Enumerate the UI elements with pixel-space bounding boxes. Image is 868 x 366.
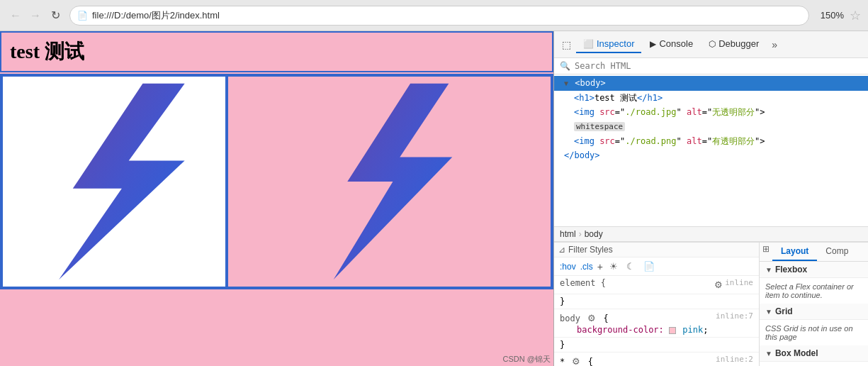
nav-buttons: ← → ↻ (7, 7, 64, 24)
rule-selector-body: body (560, 314, 580, 323)
lightning-image-pink (228, 77, 551, 287)
webpage-preview: test 测试 (0, 31, 554, 366)
rule-props-body: background-color: pink; (560, 325, 753, 335)
html-tree[interactable]: ▼ <body> <h1>test 测试</h1> <img src="./ro… (554, 74, 868, 226)
triangle-icon: ▼ (564, 79, 568, 87)
color-swatch-pink[interactable] (669, 327, 676, 334)
tree-body-open[interactable]: ▼ <body> (554, 76, 868, 91)
tab-inspector[interactable]: ⬜ Inspector (576, 35, 641, 53)
breadcrumb-sep: › (579, 229, 582, 239)
rule-source-element: inline (725, 278, 753, 287)
image-box-white (1, 75, 227, 288)
inspector-label: Inspector (597, 38, 634, 49)
sun-icon-button[interactable]: ☀ (607, 260, 620, 273)
tree-whitespace[interactable]: whitespace (554, 119, 868, 134)
grid-content: CSS Grid is not in use on this page (760, 320, 868, 345)
boxmodel-section-header[interactable]: ▼ Box Model (760, 345, 868, 362)
grid-section-header[interactable]: ▼ Grid (760, 304, 868, 320)
add-rule-button[interactable]: + (597, 261, 603, 272)
tab-layout[interactable]: Layout (772, 243, 817, 261)
val-pink: pink (682, 325, 703, 335)
lightning-image-white (3, 77, 225, 287)
back-button[interactable]: ← (7, 7, 24, 24)
reload-button[interactable]: ↻ (47, 7, 64, 24)
html-search-bar: 🔍 (554, 58, 868, 74)
flexbox-content: Select a Flex container or item to conti… (760, 278, 868, 304)
page-icon: 📄 (77, 11, 88, 21)
images-container (0, 74, 553, 289)
rule-settings-body[interactable]: ⚙ (585, 311, 598, 325)
browser-toolbar: ← → ↻ 📄 file:///D:/demo/图片2/index.html 1… (0, 0, 868, 31)
breadcrumb-html[interactable]: html (560, 229, 576, 239)
rule-source-body: inline:7 (716, 311, 753, 321)
webpage-title: test 测试 (10, 40, 84, 62)
console-label: Console (659, 38, 693, 49)
flexbox-section-header[interactable]: ▼ Flexbox (760, 262, 868, 278)
layout-panel: ⊞ Layout Comp ▼ Flexbox Select a Flex co… (760, 243, 868, 366)
grid-title: Grid (775, 306, 793, 316)
doc-icon-button[interactable]: 📄 (641, 260, 657, 273)
address-text: file:///D:/demo/图片2/index.html (92, 9, 220, 22)
style-rule-star: * ⚙ { inline:2 outline: ▶ auto; (554, 353, 759, 366)
breadcrumb: html › body (554, 226, 868, 242)
image-box-pink (227, 75, 552, 288)
address-bar[interactable]: 📄 file:///D:/demo/图片2/index.html (69, 6, 809, 26)
search-icon: 🔍 (560, 61, 570, 71)
style-rule-body: body ⚙ { inline:7 background-color: pink… (554, 309, 759, 338)
flexbox-arrow-icon: ▼ (765, 266, 772, 274)
devtools-panel: ⬚ ⬜ Inspector ▶ Console ⬡ Debugger » 🔍 ▼ (554, 31, 868, 366)
layout-panel-icon[interactable]: ⊞ (760, 243, 772, 261)
zoom-level: 150% (821, 10, 844, 21)
hov-link[interactable]: :hov (560, 262, 576, 272)
tree-img1[interactable]: <img src="./road.jpg" alt="无透明部分"> (554, 105, 868, 119)
prop-bg-color: background-color: (577, 325, 664, 335)
watermark: CSDN @锦天 (503, 354, 551, 365)
debugger-icon: ⬡ (709, 39, 716, 49)
devtools-inspect-button[interactable]: ⬚ (558, 36, 575, 53)
hov-cls-bar: :hov .cls + ☀ ☾ 📄 (554, 257, 759, 276)
forward-button[interactable]: → (27, 7, 44, 24)
filter-icon: ⊿ (558, 245, 565, 255)
tab-computed[interactable]: Comp (817, 243, 857, 261)
style-rule-close-element: } (554, 294, 759, 309)
inspector-icon: ⬜ (583, 39, 594, 49)
search-input[interactable] (575, 61, 862, 71)
rule-source-star: inline:2 (716, 355, 753, 364)
console-icon: ▶ (650, 39, 656, 49)
boxmodel-title: Box Model (775, 348, 818, 358)
debugger-label: Debugger (718, 38, 759, 49)
breadcrumb-body[interactable]: body (585, 229, 603, 239)
devtools-toolbar: ⬚ ⬜ Inspector ▶ Console ⬡ Debugger » (554, 31, 868, 58)
tree-body-close[interactable]: </body> (554, 148, 868, 162)
svg-marker-0 (59, 84, 185, 279)
cls-link[interactable]: .cls (580, 262, 593, 272)
bookmark-button[interactable]: ☆ (850, 8, 861, 23)
moon-icon-button[interactable]: ☾ (624, 260, 637, 273)
webpage-header: test 测试 (0, 31, 553, 72)
svg-marker-1 (334, 84, 453, 279)
main-area: test 测试 (0, 31, 868, 366)
layout-tabs: ⊞ Layout Comp (760, 243, 868, 262)
filter-styles-label: Filter Styles (568, 245, 613, 255)
devtools-bottom: ⊿ Filter Styles :hov .cls + ☀ ☾ 📄 elemen… (554, 242, 868, 366)
rule-selector-element: element { (560, 278, 606, 288)
tree-h1[interactable]: <h1>test 测试</h1> (554, 91, 868, 105)
boxmodel-arrow-icon: ▼ (765, 350, 772, 357)
grid-arrow-icon: ▼ (765, 308, 772, 316)
styles-panel: ⊿ Filter Styles :hov .cls + ☀ ☾ 📄 elemen… (554, 243, 760, 366)
rule-settings-element[interactable]: ⚙ (712, 278, 725, 292)
styles-toolbar: ⊿ Filter Styles (554, 243, 759, 257)
tree-img2[interactable]: <img src="./road.png" alt="有透明部分"> (554, 134, 868, 148)
flexbox-title: Flexbox (775, 265, 807, 274)
more-tabs-button[interactable]: » (769, 36, 780, 53)
tab-debugger[interactable]: ⬡ Debugger (701, 35, 766, 53)
rule-settings-star[interactable]: ⚙ (570, 355, 582, 366)
style-rule-close-body: } (554, 338, 759, 353)
style-rule-element: element { inline ⚙ (554, 276, 759, 294)
tab-console[interactable]: ▶ Console (643, 35, 700, 53)
